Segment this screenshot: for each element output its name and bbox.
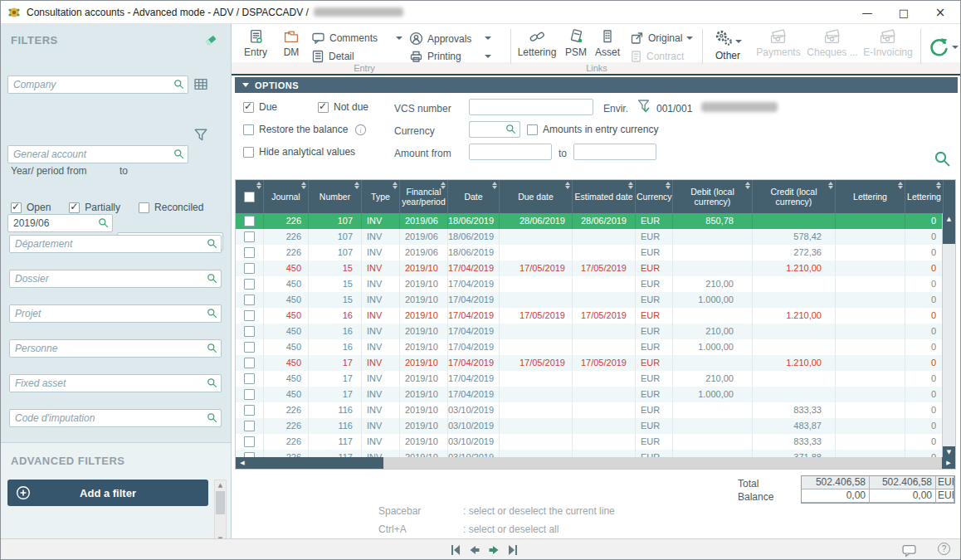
scrollbar-thumb[interactable]	[943, 226, 955, 244]
select-cell[interactable]	[236, 292, 264, 308]
lettering-button[interactable]: Lettering	[514, 29, 560, 58]
eraser-icon[interactable]	[203, 33, 218, 47]
table-row[interactable]: 45015INV2019/1017/04/2019EUR210,000	[236, 276, 944, 292]
table-row[interactable]: 45016INV2019/1017/04/2019EUR210,000	[236, 324, 944, 339]
table-row[interactable]: 226116INV2019/1003/10/2019EUR483,870	[236, 418, 944, 434]
row-checkbox[interactable]	[244, 279, 255, 290]
company-grid-icon[interactable]	[193, 77, 208, 91]
vcs-number-input[interactable]	[469, 99, 593, 115]
table-row[interactable]: 45016INV2019/1017/04/2019EUR1.000,000	[236, 339, 944, 355]
select-cell[interactable]	[236, 261, 264, 276]
refresh-icon[interactable]	[927, 37, 949, 59]
partially-checkbox[interactable]: Partially	[69, 202, 120, 213]
approvals-dropdown-caret[interactable]	[485, 37, 491, 40]
table-row[interactable]: 45015INV2019/1017/04/2019EUR1.000,000	[236, 292, 944, 308]
options-bar[interactable]: OPTIONS	[235, 77, 958, 93]
select-cell[interactable]	[236, 308, 264, 324]
sidebar-scrollbar[interactable]: ▲ ▼	[214, 480, 227, 546]
comments-dropdown-caret[interactable]	[396, 37, 402, 40]
row-checkbox[interactable]	[244, 326, 255, 337]
scroll-up-icon[interactable]: ▲	[943, 213, 955, 226]
previous-record-icon[interactable]	[468, 543, 481, 557]
sort-icon[interactable]	[301, 182, 306, 189]
company-input[interactable]	[7, 75, 188, 94]
amounts-entry-currency-checkbox[interactable]: Amounts in entry currency	[527, 124, 658, 135]
sort-icon[interactable]	[666, 182, 671, 189]
original-dropdown-caret[interactable]	[686, 37, 693, 40]
table-row[interactable]: 226116INV2019/1003/10/2019EUR833,330	[236, 402, 944, 418]
table-row[interactable]: 45017INV2019/1017/04/2019EUR1.000,000	[236, 387, 944, 402]
select-cell[interactable]	[236, 229, 264, 245]
chat-bubble-icon[interactable]	[901, 543, 917, 558]
funnel-icon[interactable]	[193, 128, 208, 143]
original-button[interactable]: Original	[630, 32, 682, 45]
scroll-left-icon[interactable]: ◀	[236, 457, 249, 469]
row-checkbox[interactable]	[244, 421, 255, 431]
horizontal-scrollbar[interactable]: ◀ ▶	[236, 457, 955, 469]
select-cell[interactable]	[236, 387, 264, 402]
select-column-header[interactable]	[236, 180, 264, 213]
row-checkbox[interactable]	[244, 247, 255, 258]
vertical-scrollbar[interactable]: ▲ ▼	[942, 213, 955, 459]
sort-icon[interactable]	[492, 182, 497, 189]
general-account-input[interactable]	[7, 145, 188, 163]
column-header[interactable]: Lettering	[905, 180, 944, 213]
row-checkbox[interactable]	[244, 295, 255, 305]
open-checkbox[interactable]: Open	[11, 202, 51, 213]
select-cell[interactable]	[236, 276, 264, 292]
row-checkbox[interactable]	[244, 358, 255, 368]
detail-button[interactable]: Detail	[311, 50, 354, 63]
last-record-icon[interactable]	[506, 543, 520, 557]
other-button[interactable]: Other	[708, 29, 748, 61]
select-cell[interactable]	[236, 418, 264, 434]
amount-to-input[interactable]	[573, 144, 656, 160]
envir-funnel-icon[interactable]	[637, 99, 651, 114]
sort-icon[interactable]	[745, 182, 750, 189]
sort-icon[interactable]	[898, 182, 903, 189]
code-imputation-input[interactable]	[9, 409, 222, 427]
projet-input[interactable]	[9, 304, 222, 323]
column-header[interactable]: Financial year/period	[400, 180, 448, 213]
close-button[interactable]: ×	[922, 1, 959, 24]
fixed-asset-input[interactable]	[9, 374, 222, 392]
not-due-checkbox[interactable]: Not due	[318, 101, 368, 113]
row-checkbox[interactable]	[244, 216, 255, 226]
select-cell[interactable]	[236, 355, 264, 371]
select-cell[interactable]	[236, 213, 264, 229]
row-checkbox[interactable]	[244, 231, 255, 242]
printing-dropdown-caret[interactable]	[485, 55, 491, 58]
first-record-icon[interactable]	[449, 543, 462, 557]
column-header[interactable]: Lettering	[836, 180, 905, 213]
table-row[interactable]: 226117INV2019/1003/10/2019EUR833,330	[236, 434, 944, 450]
select-cell[interactable]	[236, 371, 264, 387]
table-row[interactable]: 226107INV2019/0618/06/2019EUR578,420	[236, 229, 944, 245]
other-dropdown-caret[interactable]	[735, 40, 742, 43]
select-cell[interactable]	[236, 434, 264, 450]
scrollbar-thumb[interactable]	[249, 457, 383, 469]
scrollbar-thumb[interactable]	[216, 491, 225, 514]
table-row[interactable]: 226107INV2019/0618/06/201928/06/201928/0…	[236, 213, 944, 229]
column-header[interactable]: Journal	[264, 180, 309, 213]
row-checkbox[interactable]	[244, 405, 255, 416]
next-record-icon[interactable]	[487, 543, 500, 557]
column-header[interactable]: Date	[448, 180, 500, 213]
psm-button[interactable]: PSM	[562, 29, 590, 58]
select-all-checkbox[interactable]	[244, 192, 255, 202]
column-header[interactable]: Due date	[500, 180, 573, 213]
dossier-input[interactable]	[9, 270, 222, 288]
scroll-up-icon[interactable]: ▲	[215, 480, 226, 491]
table-row[interactable]: 45017INV2019/1017/04/201917/05/201917/05…	[236, 355, 944, 371]
sort-icon[interactable]	[256, 182, 261, 189]
approvals-button[interactable]: Approvals	[409, 32, 471, 46]
table-row[interactable]: 45016INV2019/1017/04/201917/05/201917/05…	[236, 308, 944, 324]
entry-button[interactable]: Entry	[238, 29, 273, 58]
maximize-button[interactable]: □	[885, 1, 922, 24]
select-cell[interactable]	[236, 324, 264, 339]
sort-icon[interactable]	[628, 182, 633, 189]
select-cell[interactable]	[236, 402, 264, 418]
sort-icon[interactable]	[828, 182, 833, 189]
refresh-dropdown-caret[interactable]	[952, 46, 959, 49]
table-row[interactable]: 45015INV2019/1017/04/201917/05/201917/05…	[236, 261, 944, 276]
period-from-input[interactable]	[7, 214, 113, 232]
add-filter-button[interactable]: Add a filter	[7, 480, 208, 506]
